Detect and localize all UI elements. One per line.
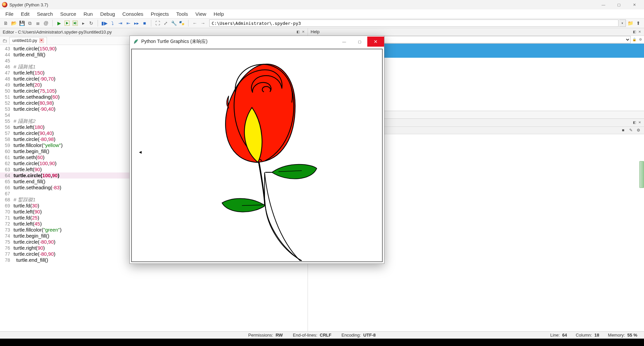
- status-bar: Permissions: RW End-of-lines: CRLF Encod…: [0, 331, 644, 339]
- debug-step-in-icon[interactable]: ⇥: [117, 19, 124, 27]
- status-col-label: Column:: [576, 333, 592, 338]
- line-number: 66: [0, 185, 12, 191]
- line-number: 48: [0, 76, 12, 82]
- app-titlebar: Spyder (Python 3.7) — ▢ ✕: [0, 0, 644, 9]
- editor-tab[interactable]: untitled10.py ✕: [9, 37, 47, 44]
- editor-pane-title: Editor - C:\Users\Administrator\.spyder-…: [3, 30, 112, 35]
- help-lock-icon[interactable]: 🔒: [632, 37, 637, 42]
- window-maximize-button[interactable]: ▢: [611, 0, 627, 9]
- menu-tools[interactable]: Tools: [173, 10, 192, 17]
- parent-directory-icon[interactable]: ⬆: [635, 19, 642, 27]
- line-number: 47: [0, 70, 12, 76]
- app-title: Spyder (Python 3.7): [9, 2, 48, 7]
- menu-bar: FileEditSearchSourceRunDebugConsolesProj…: [0, 9, 644, 18]
- maximize-pane-icon[interactable]: ⛶: [154, 19, 161, 27]
- tab-close-icon[interactable]: ✕: [39, 38, 44, 43]
- turtle-titlebar[interactable]: Python Turtle Graphics (未响应) — ▢ ✕: [130, 36, 384, 47]
- new-file-icon[interactable]: 🗎: [2, 19, 9, 27]
- pane-undock-icon[interactable]: ◧: [632, 29, 637, 34]
- save-icon[interactable]: 💾: [18, 19, 25, 27]
- taskbar-strip: [0, 339, 644, 346]
- run-cell-icon[interactable]: [63, 19, 71, 27]
- line-number: 61: [0, 154, 12, 160]
- python-path-icon[interactable]: [178, 19, 185, 27]
- turtle-feather-icon: [133, 39, 139, 44]
- browse-directory-icon[interactable]: 📁: [627, 19, 634, 27]
- debug-step-over-icon[interactable]: ⤵: [109, 19, 116, 27]
- rerun-icon[interactable]: ↻: [88, 19, 95, 27]
- file-switcher-icon[interactable]: 🗀: [1, 37, 8, 44]
- menu-consoles[interactable]: Consoles: [119, 10, 147, 17]
- status-line-label: Line:: [550, 333, 560, 338]
- status-permissions-value: RW: [276, 333, 283, 338]
- help-gear-icon[interactable]: ⚙: [638, 37, 643, 42]
- line-number: 58: [0, 136, 12, 142]
- turtle-close-button[interactable]: ✕: [367, 37, 384, 47]
- save-all-icon[interactable]: ⧉: [26, 19, 34, 27]
- run-icon[interactable]: ▶: [55, 19, 63, 27]
- line-number: 77: [0, 251, 12, 257]
- menu-help[interactable]: Help: [210, 10, 227, 17]
- console-scrollbar-thumb[interactable]: [639, 161, 644, 188]
- line-number: 70: [0, 209, 12, 215]
- menu-projects[interactable]: Projects: [147, 10, 172, 17]
- line-number: 65: [0, 179, 12, 185]
- line-number: 60: [0, 148, 12, 154]
- debug-step-icon[interactable]: ▮▶: [101, 19, 108, 27]
- menu-search[interactable]: Search: [34, 10, 56, 17]
- menu-view[interactable]: View: [192, 10, 210, 17]
- menu-debug[interactable]: Debug: [97, 10, 118, 17]
- run-cell-advance-icon[interactable]: [71, 19, 79, 27]
- line-number: 54: [0, 112, 12, 118]
- open-file-icon[interactable]: 📂: [10, 19, 17, 27]
- toolbar-separator: [188, 20, 189, 27]
- working-directory-input[interactable]: [209, 19, 619, 27]
- help-pane-header: Help ◧ ✕: [308, 28, 644, 36]
- at-icon[interactable]: @: [42, 19, 50, 27]
- line-number: 53: [0, 106, 12, 112]
- main-toolbar: 🗎 📂 💾 ⧉ ≣ @ ▶ ▸ ↻ ▮▶ ⤵ ⇥ ⇤ ▸▸ ■ ⛶ ⤢ 🔧 ← …: [0, 18, 644, 28]
- line-number: 68: [0, 197, 12, 203]
- toolbar-separator: [151, 20, 151, 27]
- menu-run[interactable]: Run: [80, 10, 96, 17]
- nav-back-icon[interactable]: ←: [191, 19, 199, 27]
- status-encoding-value: UTF-8: [363, 333, 376, 338]
- console-clear-icon[interactable]: ✎: [629, 128, 635, 133]
- fullscreen-icon[interactable]: ⤢: [162, 19, 169, 27]
- status-line-value: 64: [562, 333, 567, 338]
- menu-file[interactable]: File: [2, 10, 17, 17]
- turtle-maximize-button[interactable]: ▢: [352, 37, 367, 47]
- window-close-button[interactable]: ✕: [627, 0, 642, 9]
- line-number: 78: [0, 257, 12, 263]
- working-directory-dropdown[interactable]: ▾: [619, 19, 626, 27]
- menu-edit[interactable]: Edit: [17, 10, 33, 17]
- nav-forward-icon[interactable]: →: [199, 19, 207, 27]
- line-number: 44: [0, 52, 12, 58]
- toolbar-separator: [52, 20, 53, 27]
- turtle-graphics-window[interactable]: Python Turtle Graphics (未响应) — ▢ ✕: [129, 36, 384, 264]
- pane-close-icon[interactable]: ✕: [301, 29, 306, 34]
- line-number: 69: [0, 203, 12, 209]
- list-icon[interactable]: ≣: [34, 19, 42, 27]
- console-options-icon[interactable]: ⚙: [637, 128, 642, 133]
- menu-source[interactable]: Source: [57, 10, 80, 17]
- pane-undock-icon[interactable]: ◧: [296, 29, 300, 34]
- line-number: 72: [0, 221, 12, 227]
- line-number: 62: [0, 160, 12, 166]
- debug-stop-icon[interactable]: ■: [141, 19, 148, 27]
- status-mem-label: Memory:: [608, 333, 625, 338]
- turtle-window-title: Python Turtle Graphics (未响应): [141, 39, 208, 45]
- line-number: 56: [0, 124, 12, 130]
- turtle-minimize-button[interactable]: —: [336, 37, 352, 47]
- console-stop-icon[interactable]: ■: [622, 128, 627, 133]
- pane-close-icon[interactable]: ✕: [637, 29, 642, 34]
- debug-continue-icon[interactable]: ▸▸: [133, 19, 140, 27]
- toolbar-separator: [98, 20, 98, 27]
- preferences-icon[interactable]: 🔧: [170, 19, 177, 27]
- line-number: 59: [0, 142, 12, 148]
- window-minimize-button[interactable]: —: [596, 0, 611, 9]
- pane-close-icon[interactable]: ✕: [637, 120, 642, 125]
- pane-undock-icon[interactable]: ◧: [632, 120, 637, 125]
- debug-step-out-icon[interactable]: ⇤: [125, 19, 132, 27]
- run-selection-icon[interactable]: ▸: [79, 19, 87, 27]
